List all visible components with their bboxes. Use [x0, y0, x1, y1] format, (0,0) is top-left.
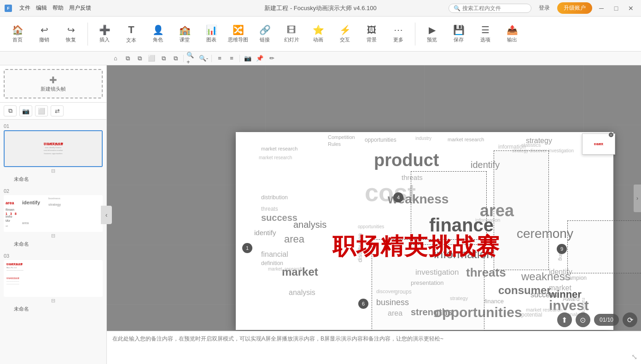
slide-item-2[interactable]: 02 area identify finan info strategy bus… [4, 188, 103, 248]
plus-icon: ✚ [49, 75, 57, 85]
zoom-fit-button[interactable]: ⊙ [576, 312, 590, 327]
tool-animate-label: 动画 [313, 36, 323, 43]
slide-1-iconbar: ⊟ [4, 167, 103, 175]
slide-2-word-8: 8 [15, 212, 17, 215]
canvas-btn-edit[interactable]: ✏ [267, 53, 277, 64]
search-box[interactable]: 🔍 [449, 4, 531, 13]
slide-2-word-area2: area [22, 221, 29, 225]
search-icon: 🔍 [454, 5, 460, 12]
menu-edit[interactable]: 编辑 [36, 4, 47, 12]
slide-1-name: 未命名 [4, 176, 103, 183]
canvas-btn-screenshot[interactable]: 📷 [243, 53, 253, 64]
wc-rules: Rules [328, 141, 341, 147]
slide-2-word-finance1: finan [6, 208, 14, 212]
maximize-button[interactable]: □ [611, 3, 622, 14]
wc-opportunities-top: opportunities [365, 137, 396, 143]
wc-product: product [374, 150, 439, 170]
canvas-btn-pin[interactable]: 📌 [255, 53, 265, 64]
menu-file[interactable]: 文件 [19, 4, 30, 12]
sidebar-copy-btn[interactable]: ⧉ [4, 105, 17, 116]
slide-3-thumbnail[interactable]: 职场精英挑战赛 Main Pic 5.0 ───────────── 职场精英挑… [4, 260, 103, 297]
canvas-btn-align1[interactable]: ≡ [215, 53, 225, 64]
role-icon: 👤 [152, 24, 164, 35]
sidebar-swap-btn[interactable]: ⇄ [51, 105, 64, 116]
notes-textarea[interactable] [112, 335, 635, 360]
login-button[interactable]: 登录 [535, 2, 554, 14]
animate-icon: ⭐ [313, 24, 324, 35]
tool-slides-label: 幻灯片 [284, 36, 299, 43]
divider-1 [87, 23, 88, 46]
canvas-btn-rect[interactable]: ⬜ [146, 53, 157, 64]
canvas-btn-copy3[interactable]: ⧉ [158, 53, 169, 64]
next-slide-button[interactable]: ⟳ [623, 312, 637, 327]
canvas-btn-zoom-in[interactable]: 🔍+ [186, 53, 197, 64]
slides-icon: 🎞 [287, 25, 296, 35]
tool-interact[interactable]: ⚡ 交互 [332, 19, 358, 49]
slide-1-thumbnail[interactable]: 职场精英挑战赛 area identify financecost inform… [4, 130, 103, 167]
wc-finance-sm: finance [484, 298, 504, 305]
wc-area-sm: area [284, 233, 304, 245]
tool-chart[interactable]: 📊 图表 [198, 19, 224, 49]
marker-4: 4 [393, 192, 403, 202]
canvas-area[interactable]: opportunities industry market research C… [107, 65, 641, 331]
tool-background[interactable]: 🖼 背景 [359, 19, 385, 49]
tool-export[interactable]: 📤 输出 [499, 19, 525, 49]
slide-1-wordcloud-mini: area identify financecost information ma… [44, 146, 63, 155]
slide-list: 01 职场精英挑战赛 area identify financecost inf… [0, 120, 106, 364]
tool-save[interactable]: 💾 保存 [446, 19, 472, 49]
sidebar-camera-btn[interactable]: 📷 [19, 105, 32, 116]
close-button[interactable]: ✕ [625, 3, 636, 14]
canvas-btn-align2[interactable]: ≡ [227, 53, 237, 64]
canvas-btn-copy1[interactable]: ⧉ [122, 53, 133, 64]
slide-item-1[interactable]: 01 职场精英挑战赛 area identify financecost inf… [4, 123, 103, 183]
menu-feedback[interactable]: 用户反馈 [69, 4, 91, 12]
slide-3-sub-text2: ───────────── [6, 280, 100, 282]
wc-analysis-2: analysis [289, 289, 315, 297]
tool-more[interactable]: ⋯ 更多 [385, 19, 411, 49]
tool-insert[interactable]: ➕ 插入 [92, 19, 117, 49]
canvas-btn-copy4[interactable]: ⧉ [170, 53, 181, 64]
tool-text[interactable]: T 文本 [118, 19, 144, 49]
new-frame-button[interactable]: ✚ 新建镜头帧 [4, 69, 103, 98]
tool-insert-label: 插入 [99, 36, 110, 43]
slide-3-iconbar: ⊟ [4, 297, 103, 305]
right-panel-toggle[interactable]: › [634, 185, 641, 212]
tool-mindmap[interactable]: 🔀 思维导图 [225, 19, 251, 49]
slide-2-icon: ⊟ [51, 233, 55, 239]
tool-interact-label: 交互 [340, 36, 350, 43]
tool-redo[interactable]: ↪ 恢复 [58, 19, 84, 49]
sidebar-collapse-button[interactable]: ‹ [101, 206, 112, 224]
canvas-btn-zoom-out[interactable]: 🔍- [198, 53, 209, 64]
tool-animate[interactable]: ⭐ 动画 [305, 19, 331, 49]
insert-icon: ➕ [99, 24, 111, 35]
slide-2-word-1: 1 [6, 212, 7, 215]
sidebar-frame-btn[interactable]: ⬜ [35, 105, 48, 116]
wc-success-r: success [530, 291, 557, 299]
tool-role[interactable]: 👤 角色 [145, 19, 171, 49]
upgrade-button[interactable]: 升级账户 [557, 2, 592, 14]
wc-definition: definition [261, 260, 283, 266]
tool-options[interactable]: ☰ 选项 [472, 19, 498, 49]
tool-home-label: 首页 [12, 36, 23, 43]
tool-slides[interactable]: 🎞 幻灯片 [279, 19, 304, 49]
notes-expand-icon[interactable]: ⤡ [631, 352, 637, 361]
slide-item-3[interactable]: 03 职场精英挑战赛 Main Pic 5.0 ───────────── 职场… [4, 253, 103, 312]
tool-undo[interactable]: ↩ 撤销 [31, 19, 57, 49]
canvas-btn-home[interactable]: ⌂ [111, 53, 121, 64]
search-input[interactable] [462, 5, 527, 12]
tool-link[interactable]: 🔗 链接 [252, 19, 278, 49]
slide-2-thumbnail[interactable]: area identify finan info strategy busine… [4, 195, 103, 232]
canvas-btn-copy2[interactable]: ⧉ [134, 53, 145, 64]
minimize-button[interactable]: ─ [596, 3, 607, 14]
selection-box-1[interactable] [494, 150, 549, 270]
tool-home[interactable]: 🏠 首页 [5, 19, 30, 49]
tool-preview[interactable]: ▶ 预览 [419, 19, 445, 49]
marker-6: 6 [358, 299, 368, 309]
prev-slide-button[interactable]: ⬆ [557, 312, 572, 327]
tool-group-main: ➕ 插入 T 文本 👤 角色 🏫 课堂 📊 图表 🔀 思维导图 🔗 链接 🎞 [92, 19, 411, 49]
menu-help[interactable]: 帮助 [52, 4, 64, 12]
selection-box-4[interactable] [567, 220, 641, 273]
menu-bar: 文件 编辑 帮助 用户反馈 [19, 4, 91, 12]
tool-background-label: 背景 [367, 36, 377, 43]
tool-classroom[interactable]: 🏫 课堂 [172, 19, 198, 49]
